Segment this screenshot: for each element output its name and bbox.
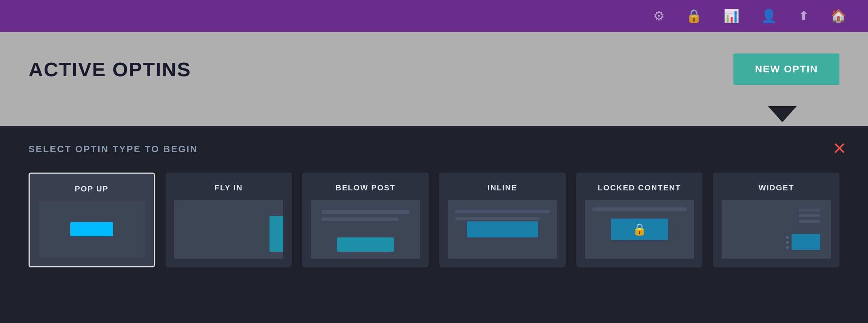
page-title: ACTIVE OPTINS xyxy=(29,58,191,81)
optin-card-widget[interactable]: WIDGET xyxy=(713,173,839,267)
modal-title: SELECT OPTIN TYPE TO BEGIN xyxy=(29,144,839,155)
home-icon[interactable]: 🏠 xyxy=(831,9,847,24)
optin-card-label-inline: INLINE xyxy=(488,183,518,193)
arrow-down-container xyxy=(0,106,868,126)
upload-icon[interactable]: ⬆ xyxy=(798,9,809,24)
optin-card-label-popup: POP UP xyxy=(75,184,109,194)
inline-line2 xyxy=(455,217,539,220)
widget-dot3 xyxy=(786,246,789,249)
settings-icon[interactable]: ⚙ xyxy=(653,9,665,24)
optin-card-locked-content[interactable]: LOCKED CONTENT 🔒 xyxy=(576,173,703,267)
optin-card-popup[interactable]: POP UP xyxy=(29,173,155,267)
fly-in-preview xyxy=(174,200,283,259)
widget-dot2 xyxy=(786,241,789,244)
optin-card-below-post[interactable]: BELOW POST xyxy=(302,173,429,267)
below-post-line1 xyxy=(322,210,409,214)
optin-card-label-fly-in: FLY IN xyxy=(215,183,243,193)
optin-cards-container: POP UP FLY IN BELOW POST INLINE xyxy=(29,173,839,267)
optin-card-label-widget: WIDGET xyxy=(758,183,794,193)
widget-dot1 xyxy=(786,236,789,239)
top-navigation: ⚙ 🔒 📊 👤 ⬆ 🏠 xyxy=(0,0,868,32)
inline-line1 xyxy=(455,210,550,213)
optin-type-modal: ✕ SELECT OPTIN TYPE TO BEGIN POP UP FLY … xyxy=(0,126,868,296)
below-post-line2 xyxy=(322,217,399,221)
popup-preview-bar xyxy=(70,222,113,236)
nav-icon-group: ⚙ 🔒 📊 👤 ⬆ 🏠 xyxy=(653,9,847,24)
widget-dots xyxy=(786,236,789,249)
widget-preview xyxy=(722,200,831,259)
optin-card-label-locked-content: LOCKED CONTENT xyxy=(598,183,681,193)
new-optin-button[interactable]: NEW OPTIN xyxy=(733,53,839,85)
lock-icon[interactable]: 🔒 xyxy=(686,9,702,24)
popup-preview xyxy=(38,201,145,258)
widget-line2 xyxy=(799,214,820,217)
close-button[interactable]: ✕ xyxy=(832,140,847,157)
locked-line xyxy=(592,207,687,211)
widget-lines xyxy=(799,209,820,223)
optin-card-label-below-post: BELOW POST xyxy=(335,183,395,193)
inline-preview xyxy=(448,200,557,259)
optin-card-fly-in[interactable]: FLY IN xyxy=(166,173,292,267)
dropdown-arrow-icon xyxy=(768,106,797,122)
chart-icon[interactable]: 📊 xyxy=(723,9,740,24)
active-optins-section: ACTIVE OPTINS NEW OPTIN xyxy=(0,32,868,106)
optin-card-inline[interactable]: INLINE xyxy=(439,173,566,267)
locked-content-preview: 🔒 xyxy=(585,200,694,259)
widget-line1 xyxy=(799,209,820,211)
locked-bar: 🔒 xyxy=(611,219,668,240)
fly-in-preview-bar xyxy=(269,216,283,252)
widget-line3 xyxy=(799,220,820,223)
below-post-preview xyxy=(311,200,420,259)
widget-bar xyxy=(792,234,820,250)
user-icon[interactable]: 👤 xyxy=(761,9,777,24)
lock-preview-icon: 🔒 xyxy=(632,222,647,236)
inline-bar xyxy=(467,221,538,237)
below-post-bar xyxy=(337,237,394,252)
